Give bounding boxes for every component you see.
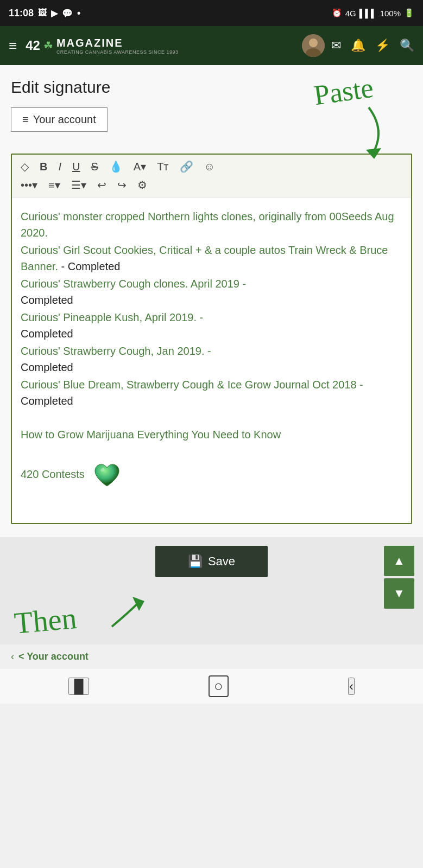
svg-marker-7 bbox=[132, 597, 144, 611]
entry-line-6: Curious' Blue Dream, Strawberry Cough & … bbox=[21, 376, 402, 409]
photo-icon: 🖼 bbox=[38, 8, 47, 18]
status-right: ⏰ 4G ▌▌▌ 100% 🔋 bbox=[332, 8, 414, 18]
logo-magazine: MAGAZINE bbox=[56, 37, 123, 49]
mail-icon[interactable]: ✉ bbox=[331, 39, 341, 53]
color-button[interactable]: 💧 bbox=[107, 159, 125, 174]
status-bar: 11:08 🖼 ▶ 💬 • ⏰ 4G ▌▌▌ 100% 🔋 bbox=[0, 0, 423, 26]
link-420-contests[interactable]: 420 Contests bbox=[21, 468, 85, 480]
entry-line-3: Curious' Strawberry Cough clones. April … bbox=[21, 276, 402, 308]
redo-button[interactable]: ↪ bbox=[115, 177, 129, 193]
entry-line-8: 420 Contests bbox=[21, 460, 402, 490]
completed-strawberry-jan: Completed bbox=[21, 361, 73, 373]
more-button[interactable]: •••▾ bbox=[18, 177, 40, 193]
messenger-icon: 💬 bbox=[62, 8, 73, 18]
undo-button[interactable]: ↩ bbox=[95, 177, 109, 193]
android-nav: ▐▌ ○ ‹ bbox=[0, 669, 423, 704]
toolbar-row-2: •••▾ ≡▾ ☰▾ ↩ ↪ ⚙ bbox=[18, 177, 405, 193]
android-back-button[interactable]: ‹ bbox=[348, 678, 355, 695]
font-size-button[interactable]: Tт bbox=[155, 159, 171, 174]
link-northern-lights[interactable]: Curious' monster cropped Northern lights… bbox=[21, 210, 394, 239]
link-blue-dream[interactable]: Curious' Blue Dream, Strawberry Cough & … bbox=[21, 379, 363, 391]
signal-text: 4G bbox=[345, 9, 356, 18]
nav-logo: 42 ☘ MAGAZINE CREATING CANNABIS AWARENES… bbox=[26, 37, 295, 55]
scroll-down-button[interactable]: ▼ bbox=[384, 578, 414, 609]
entry-line-5: Curious' Strawberry Cough, Jan 2019. - C… bbox=[21, 343, 402, 375]
svg-text:Then: Then bbox=[13, 601, 78, 640]
bell-icon[interactable]: 🔔 bbox=[351, 39, 365, 53]
italic-button[interactable]: I bbox=[56, 159, 64, 174]
font-color-button[interactable]: A▾ bbox=[131, 159, 148, 174]
menu-lines-icon: ≡ bbox=[22, 113, 29, 126]
scroll-up-button[interactable]: ▲ bbox=[384, 546, 414, 576]
link-strawberry-cough-2019[interactable]: Curious' Strawberry Cough clones. April … bbox=[21, 278, 246, 290]
video-icon: ▶ bbox=[51, 8, 58, 18]
save-icon: 💾 bbox=[188, 554, 203, 569]
settings-button[interactable]: ⚙ bbox=[135, 177, 149, 193]
footer-account-label: < Your account bbox=[18, 651, 89, 662]
link-how-to-grow[interactable]: How to Grow Marijuana Everything You Nee… bbox=[21, 429, 281, 441]
search-icon[interactable]: 🔍 bbox=[400, 39, 414, 53]
entry-line-4: Curious' Pineapple Kush, April 2019. - C… bbox=[21, 309, 402, 342]
top-nav: ≡ 42 ☘ MAGAZINE CREATING CANNABIS AWAREN… bbox=[0, 26, 423, 65]
status-time: 11:08 🖼 ▶ 💬 • bbox=[9, 8, 80, 19]
completed-gsc: - Completed bbox=[58, 260, 121, 272]
link-button[interactable]: 🔗 bbox=[178, 159, 195, 174]
editor-toolbar: ◇ B I U S 💧 A▾ Tт 🔗 ☺ •••▾ ≡▾ ☰▾ ↩ ↪ ⚙ bbox=[12, 155, 411, 197]
alarm-icon: ⏰ bbox=[332, 8, 342, 18]
link-pineapple-kush[interactable]: Curious' Pineapple Kush, April 2019. bbox=[21, 311, 197, 323]
logo-tagline: CREATING CANNABIS AWARENESS SINCE 1993 bbox=[56, 49, 179, 55]
erase-button[interactable]: ◇ bbox=[18, 159, 31, 174]
hamburger-menu[interactable]: ≡ bbox=[9, 37, 17, 54]
time-display: 11:08 bbox=[9, 8, 34, 19]
then-annotation: Then bbox=[9, 586, 161, 640]
link-strawberry-jan19[interactable]: Curious' Strawberry Cough, Jan 2019. bbox=[21, 345, 204, 357]
your-account-label: Your account bbox=[33, 113, 96, 126]
entry-line-1: Curious' monster cropped Northern lights… bbox=[21, 208, 402, 241]
toolbar-row-1: ◇ B I U S 💧 A▾ Tт 🔗 ☺ bbox=[18, 159, 405, 174]
emoji-button[interactable]: ☺ bbox=[202, 159, 217, 174]
align-button[interactable]: ≡▾ bbox=[46, 177, 62, 193]
annotation-then-area: Then bbox=[0, 586, 423, 644]
list-button[interactable]: ☰▾ bbox=[69, 177, 89, 193]
save-label: Save bbox=[208, 554, 235, 569]
completed-pineapple: Completed bbox=[21, 328, 73, 340]
your-account-button[interactable]: ≡ Your account bbox=[11, 107, 108, 132]
battery-icon: 🔋 bbox=[404, 8, 414, 18]
green-heart-icon bbox=[92, 460, 122, 490]
battery-text: 100% bbox=[380, 9, 401, 18]
svg-point-1 bbox=[309, 39, 318, 47]
footer-your-account-link[interactable]: < Your account bbox=[18, 651, 89, 662]
user-avatar[interactable] bbox=[302, 34, 325, 57]
entry-line-7: How to Grow Marijuana Everything You Nee… bbox=[21, 426, 402, 443]
entry-line-2: Curious' Girl Scout Cookies, Critical + … bbox=[21, 242, 402, 275]
underline-button[interactable]: U bbox=[70, 159, 82, 174]
nav-icons: ✉ 🔔 ⚡ 🔍 bbox=[331, 39, 414, 53]
strikethrough-button[interactable]: S bbox=[89, 159, 100, 174]
logo-42: 42 bbox=[26, 38, 40, 53]
bottom-bar: 💾 Save ▲ ▼ bbox=[0, 537, 423, 586]
android-home-button[interactable]: ○ bbox=[209, 675, 229, 697]
save-button[interactable]: 💾 Save bbox=[155, 546, 268, 577]
back-icon: ‹ bbox=[11, 651, 14, 662]
lightning-icon[interactable]: ⚡ bbox=[375, 39, 390, 53]
completed-strawberry-2019: Completed bbox=[21, 294, 73, 306]
dot-indicator: • bbox=[77, 8, 80, 19]
footer-nav: ‹ < Your account bbox=[0, 644, 423, 669]
page-title: Edit signature bbox=[11, 78, 412, 97]
main-content: Edit signature ≡ Your account Paste ◇ B … bbox=[0, 65, 423, 537]
logo-leaf: ☘ bbox=[43, 39, 53, 52]
editor-container: ◇ B I U S 💧 A▾ Tт 🔗 ☺ •••▾ ≡▾ ☰▾ ↩ ↪ ⚙ bbox=[11, 154, 412, 524]
completed-blue-dream: Completed bbox=[21, 395, 73, 407]
scroll-buttons: ▲ ▼ bbox=[384, 546, 414, 609]
signal-bars: ▌▌▌ bbox=[359, 9, 377, 18]
editor-content[interactable]: Curious' monster cropped Northern lights… bbox=[12, 197, 411, 523]
bold-button[interactable]: B bbox=[37, 159, 49, 174]
android-recent-button[interactable]: ▐▌ bbox=[68, 678, 89, 695]
